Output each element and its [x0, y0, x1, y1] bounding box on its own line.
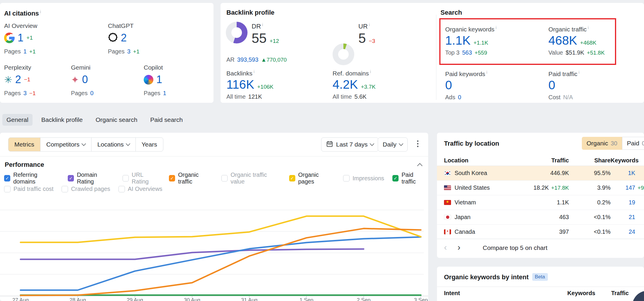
tab-organic-search[interactable]: Organic search	[91, 114, 141, 126]
location-name: Japan	[455, 214, 471, 221]
chatgpt-count[interactable]: 2	[121, 32, 127, 44]
x-axis-label: 3 Sep	[414, 297, 428, 301]
perplexity-delta: −1	[24, 76, 30, 83]
metric-label: Organic traffic	[178, 171, 213, 185]
dr-value: 55	[252, 30, 267, 46]
toggle-paid[interactable]: Paid 0	[622, 137, 644, 150]
keywords-link[interactable]: 1K	[611, 170, 635, 176]
metric-checkbox-paid-traffic[interactable]: ✓Paid traffic	[392, 171, 428, 185]
metric-checkbox-domain-rating[interactable]: ✓Domain Rating	[68, 171, 114, 185]
perplexity-count[interactable]: 2	[15, 73, 21, 86]
section-divider	[436, 15, 436, 100]
ai-overview-count[interactable]: 1	[18, 32, 23, 44]
metric-checkbox-paid-traffic-cost[interactable]: Paid traffic cost	[4, 186, 53, 192]
dr-block: DRi 55 +12	[252, 22, 279, 46]
x-axis-label: 1 Sep	[299, 297, 313, 301]
metric-checkbox-organic-traffic-value[interactable]: Organic traffic value	[221, 171, 281, 185]
metric-label: Organic traffic value	[231, 171, 281, 185]
info-icon[interactable]: i	[254, 69, 255, 74]
ur-block: URi 5 −3	[358, 22, 375, 46]
backlinks-value[interactable]: 116K	[226, 78, 254, 92]
info-icon[interactable]: i	[262, 22, 263, 27]
keywords-link[interactable]: 24	[611, 228, 635, 235]
engine-cell-ai-overview: AI Overview 1 +1 Pages 1 +1	[4, 22, 37, 55]
metric-checkbox-row-1: ✓Referring domains✓Domain RatingURL Rati…	[4, 171, 428, 185]
pages-count[interactable]: 1	[23, 48, 27, 55]
metric-checkbox-crawled-pages[interactable]: Crawled pages	[62, 186, 110, 192]
metric-checkbox-row-2: Paid traffic costCrawled pagesAI Overvie…	[4, 186, 162, 192]
traffic-value: 18.2K+17.8K	[503, 184, 569, 191]
location-name: United States	[455, 184, 490, 191]
metric-label: AI Overviews	[128, 186, 162, 192]
metric-checkbox-ai-overviews[interactable]: AI Overviews	[118, 186, 162, 192]
x-axis-label: 29 Aug	[127, 297, 143, 301]
ar-row: AR 393,593 ▲770,070	[226, 56, 287, 63]
metric-checkbox-url-rating[interactable]: URL Rating	[123, 171, 161, 185]
keywords-link[interactable]: 147	[611, 184, 635, 191]
ai-citations-title: AI citationsi	[4, 9, 41, 17]
compare-top5-link[interactable]: Compare top 5 on chart	[483, 244, 548, 251]
granularity-button[interactable]: Daily	[378, 137, 408, 152]
google-icon	[4, 33, 15, 43]
checkbox-icon	[4, 186, 11, 192]
segment-competitors[interactable]: Competitors	[40, 137, 91, 152]
report-tabs: General Backlink profile Organic search …	[2, 114, 187, 126]
more-options-button[interactable]	[417, 140, 418, 147]
prev-page-button[interactable]: ‹	[444, 243, 447, 252]
engine-cell-chatgpt: ChatGPT 2 Pages 3 +1	[108, 22, 140, 55]
calendar-icon	[326, 140, 333, 149]
location-name: Canada	[455, 228, 475, 235]
metric-checkbox-organic-traffic[interactable]: ✓Organic traffic	[169, 171, 213, 185]
pages-count[interactable]: 3	[23, 90, 27, 97]
pages-count[interactable]: 0	[90, 90, 94, 97]
pages-count[interactable]: 3	[127, 48, 131, 55]
x-axis-label: 2 Sep	[357, 297, 370, 301]
info-icon[interactable]: i	[487, 70, 487, 75]
traffic-value: 446.9K	[503, 170, 569, 176]
gemini-icon: ✦	[71, 75, 79, 85]
table-footer-divider	[437, 238, 644, 239]
date-range-button[interactable]: Last 7 days	[321, 137, 379, 152]
location-row-vn: Vietnam1.1K0.2%19	[437, 195, 644, 210]
toggle-organic[interactable]: Organic 30	[582, 137, 622, 150]
info-icon[interactable]: i	[579, 70, 579, 75]
location-row-ca: Canada397<0.1%24	[437, 225, 644, 239]
paid-keywords-value[interactable]: 0	[445, 78, 452, 92]
traffic-value: 1.1K	[503, 199, 569, 206]
info-icon[interactable]: i	[370, 69, 371, 74]
tab-general[interactable]: General	[2, 114, 33, 126]
pages-count[interactable]: 1	[163, 90, 166, 97]
engine-cell-perplexity: Perplexity ✳ 2 −1 Pages 3 −1	[4, 64, 36, 97]
metric-label: URL Rating	[132, 171, 161, 185]
metric-checkbox-organic-pages[interactable]: ✓Organic pages	[289, 171, 335, 185]
collapse-section-button[interactable]	[417, 163, 422, 168]
keywords-link[interactable]: 21	[611, 214, 635, 221]
ca-flag-icon	[444, 229, 451, 234]
next-page-button[interactable]: ›	[457, 243, 460, 252]
metric-checkbox-impressions[interactable]: Impressions	[343, 175, 384, 182]
segment-metrics[interactable]: Metrics	[8, 137, 40, 152]
keywords-by-intent-card: Organic keywords by intentBeta Intent Ke…	[437, 267, 644, 301]
url-rating-donut	[333, 43, 354, 65]
segment-years[interactable]: Years	[135, 137, 163, 152]
keywords-link[interactable]: 19	[611, 199, 635, 206]
info-icon[interactable]: i	[40, 9, 41, 14]
series-domain-rating	[21, 249, 364, 259]
x-axis-label: 30 Aug	[184, 297, 200, 301]
tab-backlink-profile[interactable]: Backlink profile	[37, 114, 87, 126]
metric-label: Paid traffic cost	[13, 186, 53, 192]
info-icon[interactable]: i	[369, 22, 370, 27]
metric-label: Domain Rating	[77, 171, 114, 185]
x-axis-label: 27 Aug	[12, 297, 29, 301]
share-value: <0.1%	[569, 214, 611, 221]
ref-domains-value[interactable]: 4.2K	[333, 78, 358, 92]
metric-label: Paid traffic	[401, 171, 428, 185]
ar-value[interactable]: 393,593	[237, 56, 258, 63]
paid-traffic-value[interactable]: 0	[548, 78, 555, 92]
segment-locations[interactable]: Locations	[91, 137, 136, 152]
metric-checkbox-referring-domains[interactable]: ✓Referring domains	[4, 171, 60, 185]
gemini-count[interactable]: 0	[82, 73, 88, 86]
copilot-count[interactable]: 1	[156, 73, 162, 86]
checkbox-icon: ✓	[68, 175, 74, 181]
tab-paid-search[interactable]: Paid search	[146, 114, 187, 126]
